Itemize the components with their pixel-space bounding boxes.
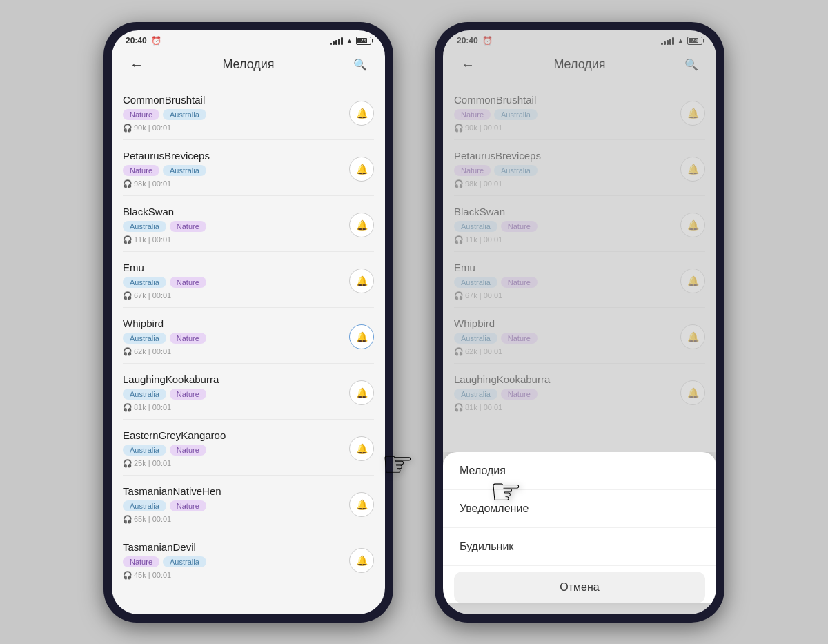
ringtone-tags: NatureAustralia (123, 556, 349, 567)
ringtone-meta: 🎧 65k | 00:01 (123, 515, 349, 524)
ringtone-item[interactable]: LaughingKookaburraAustraliaNature🎧 81k |… (123, 364, 374, 420)
ringtone-meta: 🎧 90k | 00:01 (123, 124, 349, 133)
ringtone-name: Emu (123, 262, 349, 273)
bell-button[interactable]: 🔔 (349, 436, 374, 461)
battery-left: 74 (356, 37, 371, 45)
ringtone-info: WhipbirdAustraliaNature🎧 62k | 00:01 (123, 318, 349, 356)
bottom-sheet-overlay: Мелодия Уведомление Будильник Отмена (443, 452, 716, 614)
ringtone-meta: 🎧 25k | 00:01 (123, 459, 349, 468)
back-button-left[interactable] (126, 54, 148, 76)
ringtone-info: CommonBrushtailNatureAustralia🎧 90k | 00… (123, 94, 349, 133)
bell-button[interactable]: 🔔 (349, 157, 374, 182)
tag-nature: Nature (170, 277, 206, 288)
sheet-item-notification[interactable]: Уведомление (443, 490, 716, 528)
bell-button[interactable]: 🔔 (349, 101, 374, 126)
tag-australia: Australia (123, 221, 166, 232)
ringtone-meta: 🎧 62k | 00:01 (123, 347, 349, 356)
bell-button[interactable]: 🔔 (349, 492, 374, 517)
ringtone-name: LaughingKookaburra (123, 373, 349, 385)
wifi-left: ▲ (346, 37, 353, 45)
ringtone-item[interactable]: EasternGreyKangarooAustraliaNature🎧 25k … (123, 420, 374, 476)
ringtone-info: TasmanianNativeHenAustraliaNature🎧 65k |… (123, 485, 349, 524)
ringtone-tags: AustraliaNature (123, 333, 349, 344)
bell-button[interactable]: 🔔 (349, 380, 374, 405)
ringtone-info: LaughingKookaburraAustraliaNature🎧 81k |… (123, 373, 349, 412)
ringtone-info: EmuAustraliaNature🎧 67k | 00:01 (123, 262, 349, 300)
search-button-left[interactable] (349, 54, 371, 76)
signal-left (330, 37, 343, 45)
sheet-item-alarm[interactable]: Будильник (443, 528, 716, 566)
bell-button[interactable]: 🔔 (349, 324, 374, 349)
ringtone-meta: 🎧 67k | 00:01 (123, 291, 349, 300)
sheet-item-melody[interactable]: Мелодия (443, 452, 716, 490)
tag-australia: Australia (123, 500, 166, 511)
ringtone-info: EasternGreyKangarooAustraliaNature🎧 25k … (123, 429, 349, 468)
ringtone-name: EasternGreyKangaroo (123, 429, 349, 441)
tag-australia: Australia (163, 165, 206, 176)
tag-australia: Australia (123, 389, 166, 400)
ringtone-item[interactable]: CommonBrushtailNatureAustralia🎧 90k | 00… (123, 84, 374, 140)
ringtone-tags: AustraliaNature (123, 445, 349, 456)
tag-australia: Australia (123, 333, 166, 344)
tag-australia: Australia (123, 445, 166, 456)
ringtone-tags: NatureAustralia (123, 109, 349, 120)
tag-nature: Nature (170, 221, 206, 232)
ringtone-name: CommonBrushtail (123, 94, 349, 106)
tag-nature: Nature (170, 389, 206, 400)
screen-right: 20:40 ⏰ ▲ 74 ← Мелодия (443, 30, 716, 614)
status-right-left: ▲ 74 (330, 37, 371, 45)
sheet-cancel-button[interactable]: Отмена (454, 572, 705, 603)
page-title-left: Мелодия (222, 57, 274, 72)
ringtone-name: Whipbird (123, 318, 349, 329)
ringtone-meta: 🎧 45k | 00:01 (123, 571, 349, 580)
tag-nature: Nature (170, 333, 206, 344)
ringtone-item[interactable]: PetaurusBrevicepsNatureAustralia🎧 98k | … (123, 140, 374, 196)
ringtone-name: BlackSwan (123, 206, 349, 217)
ringtone-item[interactable]: TasmanianNativeHenAustraliaNature🎧 65k |… (123, 476, 374, 531)
bell-button[interactable]: 🔔 (349, 213, 374, 237)
tag-nature: Nature (123, 556, 159, 567)
ringtone-item[interactable]: BlackSwanAustraliaNature🎧 11k | 00:01🔔 (123, 196, 374, 252)
tag-australia: Australia (163, 109, 206, 120)
bottom-sheet: Мелодия Уведомление Будильник Отмена (443, 452, 716, 603)
ringtone-list-left: CommonBrushtailNatureAustralia🎧 90k | 00… (112, 84, 385, 614)
tag-nature: Nature (123, 165, 159, 176)
ringtone-name: TasmanianDevil (123, 541, 349, 553)
tag-nature: Nature (123, 109, 159, 120)
tag-australia: Australia (123, 277, 166, 288)
status-left: 20:40 ⏰ (126, 36, 161, 46)
ringtone-name: PetaurusBreviceps (123, 150, 349, 162)
alarm-icon-left: ⏰ (151, 36, 161, 46)
bell-button[interactable]: 🔔 (349, 269, 374, 293)
time-left: 20:40 (126, 36, 147, 46)
bell-button[interactable]: 🔔 (349, 548, 374, 573)
ringtone-tags: AustraliaNature (123, 500, 349, 511)
ringtone-tags: AustraliaNature (123, 389, 349, 400)
status-bar-left: 20:40 ⏰ ▲ 74 (112, 30, 385, 48)
screen-left: 20:40 ⏰ ▲ 74 Мелодия (112, 30, 385, 614)
ringtone-name: TasmanianNativeHen (123, 485, 349, 497)
ringtone-item[interactable]: TasmanianDevilNatureAustralia🎧 45k | 00:… (123, 531, 374, 587)
tag-nature: Nature (170, 500, 206, 511)
ringtone-info: PetaurusBrevicepsNatureAustralia🎧 98k | … (123, 150, 349, 188)
phone-left: 20:40 ⏰ ▲ 74 Мелодия (103, 22, 393, 623)
ringtone-meta: 🎧 98k | 00:01 (123, 179, 349, 188)
ringtone-meta: 🎧 81k | 00:01 (123, 403, 349, 412)
phone-right: 20:40 ⏰ ▲ 74 ← Мелодия (435, 22, 724, 623)
ringtone-item[interactable]: WhipbirdAustraliaNature🎧 62k | 00:01🔔 (123, 308, 374, 364)
ringtone-info: TasmanianDevilNatureAustralia🎧 45k | 00:… (123, 541, 349, 580)
ringtone-tags: AustraliaNature (123, 221, 349, 232)
ringtone-item[interactable]: EmuAustraliaNature🎧 67k | 00:01🔔 (123, 252, 374, 308)
top-nav-left: Мелодия (112, 48, 385, 84)
ringtone-info: BlackSwanAustraliaNature🎧 11k | 00:01 (123, 206, 349, 244)
tag-nature: Nature (170, 445, 206, 456)
tag-australia: Australia (163, 556, 206, 567)
ringtone-tags: AustraliaNature (123, 277, 349, 288)
ringtone-tags: NatureAustralia (123, 165, 349, 176)
cursor-left: ☞ (382, 443, 414, 485)
ringtone-meta: 🎧 11k | 00:01 (123, 235, 349, 244)
